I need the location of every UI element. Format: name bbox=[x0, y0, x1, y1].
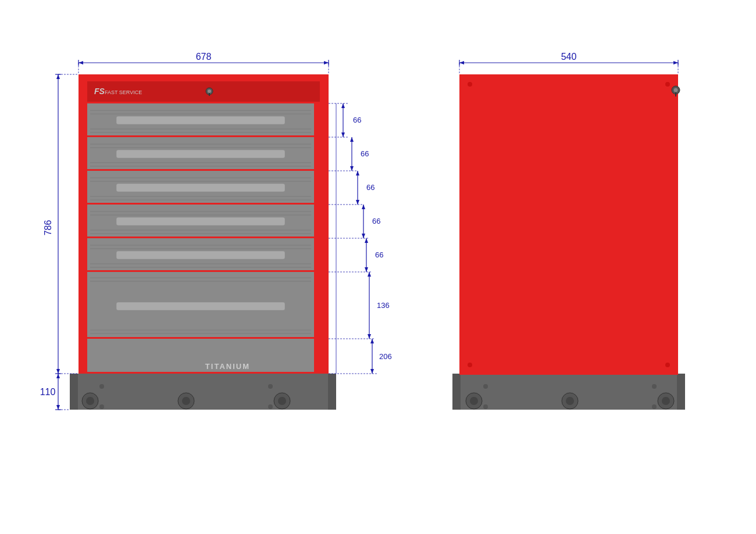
dim-width-arrow-l bbox=[79, 61, 83, 64]
drawer-gap-1 bbox=[87, 135, 314, 137]
side-base-screw-tr bbox=[652, 384, 657, 389]
side-wheel-m-inner bbox=[566, 397, 574, 405]
canvas: FS FAST SERVICE T bbox=[0, 0, 756, 534]
wheel-fl-inner bbox=[86, 397, 94, 405]
dim-d7-text: 206 bbox=[379, 352, 392, 361]
logo-text: FAST SERVICE bbox=[105, 89, 142, 95]
drawer-gap-6 bbox=[87, 337, 314, 339]
base-cap-right bbox=[328, 374, 336, 410]
dim-side-width-text: 540 bbox=[561, 52, 577, 62]
side-base-cap-l bbox=[452, 374, 461, 410]
side-screw-tl bbox=[468, 82, 472, 87]
dim-d2-arrow-b bbox=[350, 166, 354, 171]
dim-d4-arrow-b bbox=[362, 234, 365, 238]
dim-d6-text: 136 bbox=[377, 301, 390, 310]
dim-d1-arrow-t bbox=[341, 103, 345, 108]
dim-height-arrow-b bbox=[56, 369, 60, 374]
side-bottom-edge bbox=[459, 372, 678, 375]
wheel-fr-inner bbox=[278, 397, 286, 405]
dim-d3-text: 66 bbox=[366, 183, 375, 192]
dim-d3-arrow-b bbox=[356, 200, 359, 205]
dim-d2-arrow-t bbox=[350, 137, 354, 142]
dim-d3-arrow-t bbox=[356, 171, 359, 175]
side-base-screw-tl bbox=[483, 384, 488, 389]
dim-d7-arrow-b bbox=[370, 369, 374, 374]
drawer-gap-4 bbox=[87, 236, 314, 238]
drawer-6-handle bbox=[116, 302, 285, 310]
dim-base-arrow-b bbox=[56, 405, 60, 410]
dim-sw-arrow-r bbox=[673, 61, 678, 64]
dim-d4-text: 66 bbox=[372, 217, 380, 225]
dim-d5-arrow-b bbox=[365, 267, 368, 272]
dim-d1-text: 66 bbox=[353, 116, 361, 124]
drawer-5-handle bbox=[116, 251, 285, 259]
screw-base-fr2 bbox=[268, 404, 273, 409]
dim-base-arrow-t bbox=[56, 374, 60, 378]
dim-width-text: 678 bbox=[196, 52, 212, 62]
side-lock-inner bbox=[674, 88, 678, 92]
titanium-label: TITANIUM bbox=[205, 362, 250, 371]
dim-height-arrow-t bbox=[56, 74, 60, 79]
drawer-3-handle bbox=[116, 184, 285, 192]
dim-base-text: 110 bbox=[40, 387, 56, 397]
dim-d5-text: 66 bbox=[375, 250, 383, 259]
dim-d6-arrow-b bbox=[368, 334, 371, 339]
screw-base-fl2 bbox=[99, 404, 104, 409]
dim-sw-arrow-l bbox=[459, 61, 464, 64]
drawer-gap-5 bbox=[87, 270, 314, 272]
dim-d1-arrow-b bbox=[341, 132, 345, 137]
side-screw-br bbox=[665, 363, 670, 367]
front-lock-inner bbox=[208, 89, 211, 93]
dim-d6-arrow-t bbox=[368, 272, 371, 277]
dim-d5-arrow-t bbox=[365, 238, 368, 243]
drawer-gap-2 bbox=[87, 169, 314, 171]
front-base bbox=[70, 374, 336, 410]
dim-width-arrow-r bbox=[324, 61, 329, 64]
wheel-fm-inner bbox=[182, 397, 190, 405]
side-screw-tr bbox=[665, 82, 670, 87]
side-base-cap-r bbox=[677, 374, 685, 410]
side-base-screw-bl bbox=[483, 404, 488, 409]
dim-height-text: 786 bbox=[43, 220, 53, 236]
drawer-1-handle bbox=[116, 116, 285, 124]
side-screw-bl bbox=[468, 363, 472, 367]
logo-fs: FS bbox=[94, 87, 105, 96]
drawer-2-handle bbox=[116, 150, 285, 158]
screw-base-fr bbox=[268, 384, 273, 389]
drawer-7 bbox=[87, 339, 314, 374]
dim-d7-arrow-t bbox=[370, 339, 374, 343]
side-base-screw-br bbox=[652, 404, 657, 409]
side-wheel-r-inner bbox=[662, 397, 670, 405]
dim-d4-arrow-t bbox=[362, 205, 365, 209]
side-wheel-l-inner bbox=[470, 397, 478, 405]
dim-d2-text: 66 bbox=[361, 149, 369, 158]
screw-base-fl bbox=[99, 384, 104, 389]
base-cap-left bbox=[70, 374, 78, 410]
side-cabinet-body bbox=[459, 74, 678, 374]
drawer-gap-3 bbox=[87, 203, 314, 205]
drawer-4-handle bbox=[116, 217, 285, 225]
